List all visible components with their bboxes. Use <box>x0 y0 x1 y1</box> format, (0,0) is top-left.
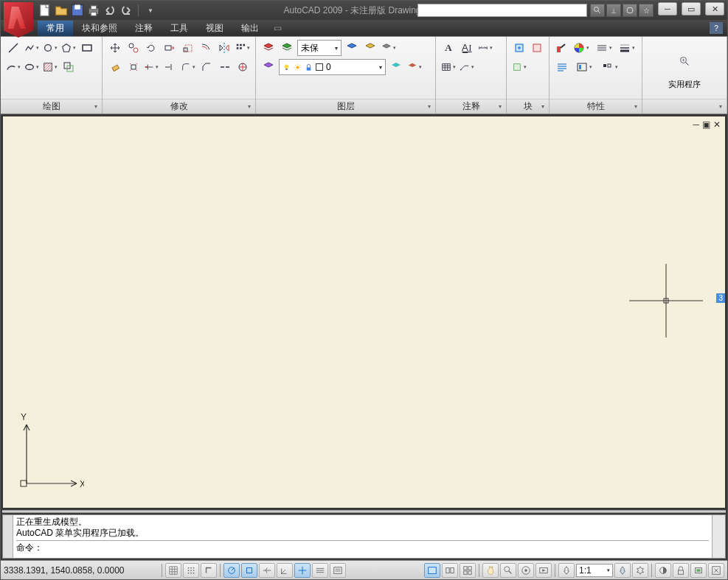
join-tool-icon[interactable] <box>235 59 251 75</box>
tab-output[interactable]: 输出 <box>232 21 268 36</box>
panel-annot-title[interactable]: 注释▾ <box>436 99 506 113</box>
polygon-tool-icon[interactable] <box>60 40 77 56</box>
vp-close-icon[interactable]: ✕ <box>713 119 721 130</box>
tab-annotate[interactable]: 注释 <box>126 21 162 36</box>
polyline-tool-icon[interactable] <box>24 40 40 56</box>
layer-current-combo[interactable]: 0 ▾ <box>279 59 386 75</box>
toolbar-lock-icon[interactable] <box>673 563 689 578</box>
close-button[interactable]: ✕ <box>705 2 724 15</box>
app-logo-icon[interactable] <box>4 2 33 38</box>
layer-freeze-icon[interactable] <box>362 40 378 56</box>
zoom-icon[interactable] <box>500 563 516 578</box>
steering-wheel-icon[interactable] <box>518 563 534 578</box>
break-tool-icon[interactable] <box>217 59 233 75</box>
panel-block-title[interactable]: 块▾ <box>507 99 549 113</box>
infocenter-icon[interactable]: ⟂ <box>606 4 621 17</box>
panel-props-title[interactable]: 特性▾ <box>550 99 642 113</box>
bylayer-combo-icon[interactable] <box>572 59 596 75</box>
hardware-accel-icon[interactable] <box>690 563 707 578</box>
insert-block-icon[interactable] <box>511 40 527 56</box>
search-icon-btn[interactable] <box>590 4 605 17</box>
color-combo-icon[interactable] <box>570 40 591 56</box>
stretch-tool-icon[interactable] <box>162 40 178 56</box>
rectangle-tool-icon[interactable] <box>79 40 95 56</box>
ribbon-minimize-icon[interactable]: ▭ <box>274 23 282 33</box>
lineweight-toggle-icon[interactable] <box>312 563 328 578</box>
undo-icon[interactable] <box>103 3 117 18</box>
block-edit-icon[interactable] <box>511 59 527 75</box>
layer-prev-icon[interactable] <box>388 59 404 75</box>
dtext-tool-icon[interactable]: A̲I <box>459 40 475 56</box>
arc-tool-icon[interactable] <box>5 59 21 75</box>
layer-match-icon[interactable] <box>260 59 277 75</box>
array-tool-icon[interactable] <box>235 40 251 56</box>
clean-screen-icon[interactable] <box>708 563 724 578</box>
rotate-tool-icon[interactable] <box>143 40 159 56</box>
print-icon[interactable] <box>86 3 101 18</box>
hatch-tool-icon[interactable] <box>42 59 58 75</box>
offset-tool-icon[interactable] <box>198 40 215 56</box>
ellipse-tool-icon[interactable] <box>24 59 40 75</box>
fillet-tool-icon[interactable] <box>180 59 196 75</box>
snap-grid-icon[interactable] <box>165 563 181 578</box>
minimize-button[interactable]: ─ <box>658 2 677 15</box>
coordinates-display[interactable]: 3338.1391, 1540.0858, 0.0000 <box>4 565 159 576</box>
redo-icon[interactable] <box>119 3 134 18</box>
command-resize-handle[interactable] <box>2 510 726 513</box>
otrack-icon[interactable] <box>259 563 275 578</box>
dimension-tool-icon[interactable] <box>477 40 493 56</box>
anno-scale-icon[interactable] <box>558 563 575 578</box>
new-file-icon[interactable] <box>38 3 52 18</box>
command-text-area[interactable]: 正在重生成模型。 AutoCAD 菜单实用程序已加载。 命令： <box>13 515 712 558</box>
polar-icon[interactable] <box>223 563 240 578</box>
layer-iso-icon[interactable] <box>344 40 360 56</box>
layer-walk-icon[interactable] <box>406 59 423 75</box>
layer-states-icon[interactable] <box>279 40 295 56</box>
trim-tool-icon[interactable] <box>143 59 159 75</box>
quickview-drawings-icon[interactable] <box>460 563 476 578</box>
command-scrollbar[interactable] <box>712 515 725 558</box>
maximize-button[interactable]: ▭ <box>682 2 701 15</box>
linetype-combo-icon[interactable] <box>594 40 614 56</box>
qp-icon[interactable] <box>330 563 346 578</box>
quickview-layouts-icon[interactable] <box>442 563 458 578</box>
layer-off-icon[interactable] <box>381 40 397 56</box>
panel-util-title[interactable]: ▾ <box>642 99 727 113</box>
pan-icon[interactable] <box>482 563 499 578</box>
drawing-canvas[interactable]: ─ ▣ ✕ 3 Y X <box>2 116 726 509</box>
anno-autoscale-icon[interactable] <box>632 563 648 578</box>
model-space-icon[interactable] <box>424 563 440 578</box>
tab-common[interactable]: 常用 <box>38 21 73 36</box>
match-props-icon[interactable] <box>554 40 568 56</box>
create-block-icon[interactable] <box>529 40 544 56</box>
layer-state-combo[interactable]: 未保▾ <box>297 40 342 56</box>
mirror-tool-icon[interactable] <box>216 40 232 56</box>
plotstyle-combo-icon[interactable] <box>598 59 622 75</box>
vp-restore-icon[interactable]: ▣ <box>702 119 710 130</box>
comm-center-icon[interactable] <box>623 4 637 17</box>
layer-props-icon[interactable] <box>260 40 277 56</box>
list-props-icon[interactable] <box>554 59 570 75</box>
region-tool-icon[interactable] <box>60 59 77 75</box>
save-icon[interactable] <box>70 3 85 18</box>
command-handle[interactable] <box>3 515 13 558</box>
open-file-icon[interactable] <box>54 3 69 18</box>
explode-tool-icon[interactable] <box>125 59 142 75</box>
table-tool-icon[interactable] <box>440 59 457 75</box>
chamfer-tool-icon[interactable] <box>198 59 215 75</box>
panel-layer-title[interactable]: 图层▾ <box>256 99 435 113</box>
favorite-icon[interactable]: ☆ <box>639 4 654 17</box>
tab-view[interactable]: 视图 <box>197 21 232 36</box>
search-input[interactable] <box>417 4 587 17</box>
scale-tool-icon[interactable] <box>180 40 196 56</box>
workspace-switch-icon[interactable] <box>655 563 671 578</box>
line-tool-icon[interactable] <box>5 40 21 56</box>
lineweight-combo-icon[interactable] <box>617 40 637 56</box>
grid-display-icon[interactable] <box>183 563 199 578</box>
vp-minimize-icon[interactable]: ─ <box>693 119 699 130</box>
ducs-icon[interactable] <box>277 563 293 578</box>
panel-modify-title[interactable]: 修改▾ <box>103 99 255 113</box>
help-icon[interactable]: ? <box>710 22 723 34</box>
anno-scale-combo[interactable]: 1:1▾ <box>576 564 613 577</box>
circle-tool-icon[interactable] <box>42 40 58 56</box>
